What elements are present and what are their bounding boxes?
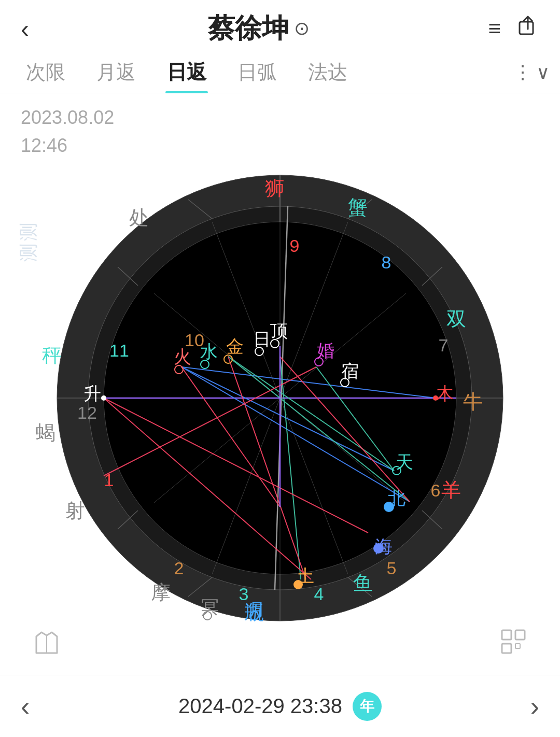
svg-text:8: 8 [382, 252, 391, 272]
nav-tabs: 次限 月返 日返 日弧 法达 ⋮ ∨ [0, 52, 560, 93]
bottom-toolbar [0, 626, 560, 664]
svg-text:1: 1 [104, 470, 114, 490]
svg-text:金: 金 [226, 336, 244, 356]
svg-text:秤: 秤 [42, 344, 62, 366]
header-actions: ≡ [488, 15, 539, 42]
svg-text:7: 7 [439, 335, 449, 355]
back-button[interactable]: ‹ [21, 15, 29, 43]
header: ‹ 蔡徐坤 ⊙ ≡ [0, 0, 560, 52]
bottom-date-value: 2024-02-29 23:38 [178, 695, 342, 718]
svg-text:羊: 羊 [441, 479, 461, 501]
svg-rect-107 [515, 644, 520, 648]
svg-text:升: 升 [83, 384, 101, 403]
svg-text:火: 火 [174, 347, 191, 366]
svg-text:木: 木 [436, 384, 454, 403]
tab-rifan[interactable]: 日返 [151, 52, 222, 93]
svg-text:土: 土 [297, 566, 314, 586]
year-badge[interactable]: 年 [353, 692, 382, 721]
svg-text:鱼: 鱼 [353, 572, 373, 594]
svg-text:6: 6 [431, 480, 441, 500]
expand-icon: ∨ [536, 62, 550, 83]
svg-text:2: 2 [174, 558, 184, 578]
header-title: 蔡徐坤 [208, 10, 289, 47]
svg-text:射: 射 [65, 500, 85, 521]
svg-text:牛: 牛 [463, 391, 483, 413]
astrology-chart[interactable]: 狮 蟹 双 牛 羊 鱼 瓶 摩 射 蝎 秤 处 10 11 12 1 2 3 4… [0, 165, 560, 631]
tab-fada[interactable]: 法达 [292, 52, 363, 93]
chart-time-value: 12:46 [21, 132, 539, 160]
tab-yuefan[interactable]: 月返 [81, 52, 151, 93]
svg-text:11: 11 [109, 341, 129, 360]
share-icon[interactable] [516, 15, 539, 42]
wardrobe-button[interactable] [31, 626, 62, 664]
prev-date-button[interactable]: ‹ [21, 691, 30, 722]
tab-cixian[interactable]: 次限 [10, 52, 81, 93]
svg-text:3: 3 [239, 584, 249, 604]
svg-text:北: 北 [388, 488, 405, 508]
svg-text:摩: 摩 [151, 582, 171, 603]
svg-text:婚: 婚 [317, 341, 334, 360]
svg-text:海: 海 [375, 536, 393, 556]
svg-text:12: 12 [77, 403, 97, 422]
svg-text:蟹: 蟹 [348, 196, 368, 218]
more-dots-icon: ⋮ [513, 62, 532, 83]
svg-text:处: 处 [129, 207, 149, 229]
svg-text:月: 月 [248, 600, 265, 619]
chart-date: 2023.08.02 12:46 [0, 93, 560, 165]
svg-text:狮: 狮 [265, 177, 285, 199]
svg-point-62 [101, 395, 106, 401]
svg-rect-0 [520, 22, 533, 34]
grid-view-button[interactable] [498, 626, 529, 664]
svg-text:日: 日 [253, 329, 271, 349]
svg-rect-104 [502, 630, 511, 640]
svg-text:蝎: 蝎 [36, 422, 55, 444]
dropdown-chevron-icon[interactable]: ⊙ [294, 18, 310, 39]
svg-text:天: 天 [396, 452, 413, 472]
svg-text:冥: 冥 [201, 597, 219, 617]
chart-svg: 狮 蟹 双 牛 羊 鱼 瓶 摩 射 蝎 秤 处 10 11 12 1 2 3 4… [0, 165, 560, 631]
bottom-nav: ‹ 2024-02-29 23:38 年 › [0, 675, 560, 737]
svg-text:顶: 顶 [270, 321, 288, 341]
svg-text:9: 9 [290, 236, 300, 256]
svg-text:双: 双 [446, 308, 466, 330]
bottom-date: 2024-02-29 23:38 年 [178, 692, 382, 721]
tab-more[interactable]: ⋮ ∨ [513, 62, 550, 83]
svg-rect-106 [502, 644, 511, 653]
next-date-button[interactable]: › [530, 691, 539, 722]
header-center: 蔡徐坤 ⊙ [208, 10, 310, 47]
svg-text:水: 水 [200, 342, 218, 361]
svg-text:4: 4 [314, 584, 324, 604]
svg-text:宿: 宿 [341, 361, 359, 381]
svg-rect-105 [515, 630, 525, 640]
filter-icon[interactable]: ≡ [488, 16, 501, 41]
svg-text:5: 5 [387, 558, 397, 578]
tab-rihu[interactable]: 日弧 [222, 52, 292, 93]
chart-date-value: 2023.08.02 [21, 104, 539, 132]
